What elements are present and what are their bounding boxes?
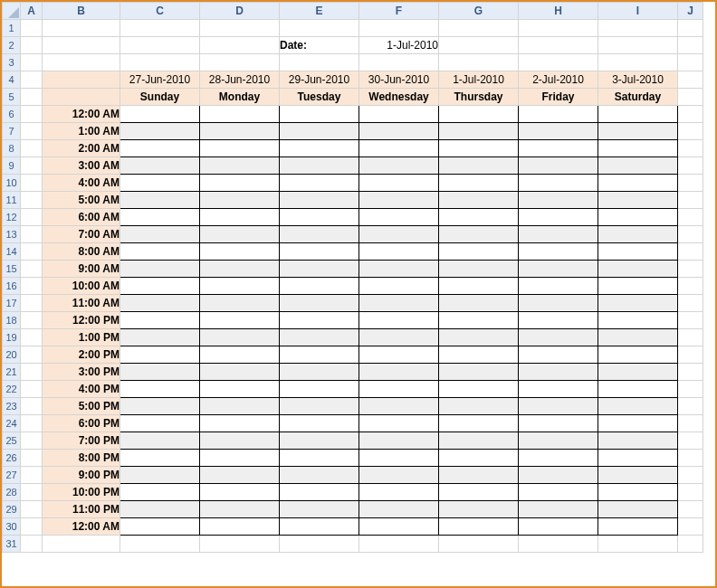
schedule-cell[interactable]	[200, 312, 280, 329]
schedule-cell[interactable]	[439, 364, 519, 381]
schedule-cell[interactable]	[359, 415, 439, 432]
schedule-cell[interactable]	[519, 175, 598, 192]
time-label[interactable]: 10:00 PM	[43, 484, 120, 501]
schedule-cell[interactable]	[598, 501, 678, 518]
cell[interactable]	[678, 346, 703, 364]
schedule-cell[interactable]	[200, 467, 280, 484]
day-date[interactable]: 28-Jun-2010	[200, 71, 280, 89]
cell[interactable]	[21, 432, 43, 450]
schedule-cell[interactable]	[359, 157, 439, 175]
cell[interactable]	[21, 484, 43, 501]
cell[interactable]	[678, 381, 703, 398]
schedule-cell[interactable]	[519, 381, 598, 398]
time-label[interactable]: 10:00 AM	[43, 278, 120, 295]
schedule-cell[interactable]	[439, 484, 519, 501]
cell[interactable]	[21, 501, 43, 518]
date-value[interactable]: 1-Jul-2010	[359, 37, 439, 54]
schedule-cell[interactable]	[519, 432, 598, 450]
schedule-cell[interactable]	[120, 381, 200, 398]
schedule-cell[interactable]	[120, 295, 200, 312]
schedule-cell[interactable]	[598, 484, 678, 501]
cell[interactable]	[21, 518, 43, 536]
time-label[interactable]: 12:00 AM	[43, 518, 120, 536]
cell[interactable]	[21, 140, 43, 157]
cell[interactable]	[598, 20, 678, 37]
schedule-cell[interactable]	[439, 295, 519, 312]
schedule-cell[interactable]	[519, 484, 598, 501]
schedule-cell[interactable]	[280, 209, 359, 226]
cell[interactable]	[43, 54, 120, 71]
date-label[interactable]: Date:	[280, 37, 359, 54]
schedule-cell[interactable]	[439, 346, 519, 364]
schedule-cell[interactable]	[120, 123, 200, 140]
schedule-cell[interactable]	[200, 192, 280, 209]
schedule-cell[interactable]	[120, 140, 200, 157]
schedule-cell[interactable]	[200, 157, 280, 175]
schedule-cell[interactable]	[598, 209, 678, 226]
schedule-cell[interactable]	[598, 157, 678, 175]
schedule-cell[interactable]	[280, 123, 359, 140]
schedule-cell[interactable]	[519, 415, 598, 432]
time-label[interactable]: 8:00 PM	[43, 450, 120, 467]
cell[interactable]	[359, 20, 439, 37]
cell[interactable]	[678, 123, 703, 140]
day-date[interactable]: 1-Jul-2010	[439, 71, 519, 89]
row-header[interactable]: 9	[3, 157, 21, 175]
col-header[interactable]: H	[519, 3, 598, 20]
col-header[interactable]: D	[200, 3, 280, 20]
schedule-cell[interactable]	[598, 243, 678, 261]
schedule-cell[interactable]	[598, 415, 678, 432]
row-header[interactable]: 6	[3, 106, 21, 123]
schedule-cell[interactable]	[280, 346, 359, 364]
cell[interactable]	[678, 261, 703, 278]
col-header[interactable]: F	[359, 3, 439, 20]
schedule-cell[interactable]	[439, 243, 519, 261]
schedule-cell[interactable]	[200, 123, 280, 140]
time-label[interactable]: 7:00 PM	[43, 432, 120, 450]
cell[interactable]	[519, 20, 598, 37]
schedule-cell[interactable]	[519, 106, 598, 123]
cell[interactable]	[678, 518, 703, 536]
row-header[interactable]: 20	[3, 346, 21, 364]
schedule-cell[interactable]	[519, 278, 598, 295]
cell[interactable]	[678, 226, 703, 243]
schedule-cell[interactable]	[519, 398, 598, 415]
cell[interactable]	[21, 89, 43, 106]
schedule-cell[interactable]	[280, 415, 359, 432]
cell[interactable]	[678, 140, 703, 157]
row-header[interactable]: 26	[3, 450, 21, 467]
schedule-cell[interactable]	[519, 243, 598, 261]
schedule-cell[interactable]	[280, 243, 359, 261]
schedule-cell[interactable]	[359, 450, 439, 467]
schedule-cell[interactable]	[439, 432, 519, 450]
schedule-cell[interactable]	[439, 278, 519, 295]
row-header[interactable]: 23	[3, 398, 21, 415]
row-header[interactable]: 29	[3, 501, 21, 518]
schedule-cell[interactable]	[280, 261, 359, 278]
row-header[interactable]: 15	[3, 261, 21, 278]
row-header[interactable]: 11	[3, 192, 21, 209]
schedule-cell[interactable]	[598, 329, 678, 346]
cell[interactable]	[21, 209, 43, 226]
schedule-cell[interactable]	[598, 346, 678, 364]
cell[interactable]	[678, 450, 703, 467]
schedule-cell[interactable]	[439, 140, 519, 157]
schedule-cell[interactable]	[598, 278, 678, 295]
row-header[interactable]: 17	[3, 295, 21, 312]
schedule-cell[interactable]	[120, 415, 200, 432]
schedule-cell[interactable]	[280, 364, 359, 381]
schedule-cell[interactable]	[598, 295, 678, 312]
time-label[interactable]: 3:00 AM	[43, 157, 120, 175]
schedule-cell[interactable]	[359, 381, 439, 398]
schedule-cell[interactable]	[280, 467, 359, 484]
schedule-cell[interactable]	[120, 226, 200, 243]
col-header[interactable]: C	[120, 3, 200, 20]
time-label[interactable]: 2:00 AM	[43, 140, 120, 157]
schedule-cell[interactable]	[280, 381, 359, 398]
schedule-cell[interactable]	[359, 261, 439, 278]
schedule-cell[interactable]	[359, 312, 439, 329]
schedule-cell[interactable]	[120, 501, 200, 518]
schedule-cell[interactable]	[439, 209, 519, 226]
row-header[interactable]: 10	[3, 175, 21, 192]
schedule-cell[interactable]	[439, 123, 519, 140]
